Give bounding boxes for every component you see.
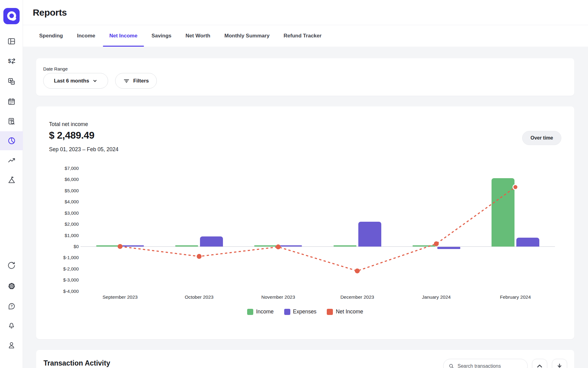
x-axis-label: February 2024 — [479, 294, 552, 300]
net-income-report-card: Total net income $ 2,489.49 Sep 01, 2023… — [36, 106, 574, 339]
sidebar: $ — [0, 0, 23, 368]
net-income-point-november-2023[interactable] — [276, 244, 281, 249]
pie-chart-icon — [7, 136, 16, 145]
transaction-search[interactable] — [443, 359, 528, 368]
sidebar-item-profile[interactable] — [0, 335, 23, 355]
page-header: Reports — [23, 0, 588, 25]
tab-refund-tracker[interactable]: Refund Tracker — [277, 25, 328, 47]
sidebar-item-goals[interactable] — [0, 171, 23, 190]
legend-item-income: Income — [247, 309, 273, 315]
dollar-transfer-icon: $ — [7, 57, 16, 65]
bar-income-november-2023[interactable] — [254, 245, 277, 247]
svg-text:$: $ — [8, 58, 11, 64]
filter-lines-icon — [123, 78, 130, 84]
x-axis-label: November 2023 — [241, 294, 315, 300]
bar-income-october-2023[interactable] — [175, 245, 198, 247]
sidebar-item-notifications[interactable] — [0, 316, 23, 335]
legend-label: Net Income — [336, 309, 363, 315]
bar-expenses-november-2023[interactable] — [279, 245, 302, 247]
y-axis-tick: $-3,000 — [36, 277, 79, 283]
legend-label: Expenses — [293, 309, 317, 315]
person-icon — [7, 341, 16, 349]
y-axis-tick: $-2,000 — [36, 266, 79, 272]
net-income-point-january-2024[interactable] — [434, 241, 439, 246]
main-content: Date Range Last 6 months Filters Total n… — [23, 47, 588, 368]
x-axis-label: January 2024 — [400, 294, 473, 300]
zero-axis-line — [81, 246, 555, 247]
search-icon — [448, 363, 454, 368]
transaction-search-input[interactable] — [458, 363, 519, 368]
y-axis-tick: $0 — [36, 244, 79, 249]
legend-swatch-expenses — [284, 309, 290, 315]
filters-label: Filters — [133, 78, 149, 84]
trend-line-icon — [7, 156, 16, 165]
net-income-point-october-2023[interactable] — [197, 254, 202, 259]
sidebar-item-dashboard[interactable] — [0, 32, 23, 51]
net-income-point-september-2023[interactable] — [118, 244, 123, 249]
sidebar-item-transactions[interactable]: $ — [0, 52, 23, 71]
bar-income-february-2024[interactable] — [492, 178, 514, 247]
sidebar-item-reports-search[interactable] — [0, 112, 23, 131]
sidebar-item-refresh[interactable] — [0, 256, 23, 275]
sidebar-item-accounts[interactable] — [0, 72, 23, 91]
upload-button[interactable] — [532, 359, 547, 368]
net-income-point-december-2023[interactable] — [355, 268, 360, 273]
tab-spending[interactable]: Spending — [33, 25, 69, 47]
sidebar-item-reports[interactable] — [0, 131, 23, 150]
sidebar-item-settings[interactable] — [0, 277, 23, 296]
legend-item-net-income: Net Income — [327, 309, 363, 315]
bell-icon — [7, 321, 16, 329]
tab-income[interactable]: Income — [70, 25, 102, 47]
tab-savings[interactable]: Savings — [145, 25, 178, 47]
date-range-select[interactable]: Last 6 months — [43, 73, 108, 89]
y-axis-tick: $5,000 — [36, 188, 79, 194]
tab-net-income[interactable]: Net Income — [103, 25, 144, 47]
legend-item-expenses: Expenses — [284, 309, 317, 315]
bar-expenses-october-2023[interactable] — [200, 236, 223, 247]
download-arrow-icon — [556, 363, 563, 368]
sidebar-item-help[interactable]: ? — [0, 297, 23, 316]
y-axis-tick: $-4,000 — [36, 289, 79, 294]
report-tabs: SpendingIncomeNet IncomeSavingsNet Worth… — [23, 25, 588, 47]
legend-swatch-income — [247, 309, 253, 315]
bar-income-september-2023[interactable] — [96, 245, 119, 247]
net-income-point-february-2024[interactable] — [513, 185, 518, 190]
x-axis-label: December 2023 — [321, 294, 394, 300]
chart-legend: IncomeExpensesNet Income — [36, 309, 574, 315]
filters-button[interactable]: Filters — [115, 73, 157, 89]
sidebar-item-investments[interactable] — [0, 151, 23, 170]
legend-label: Income — [256, 309, 273, 315]
chevron-down-icon — [92, 79, 97, 83]
bar-expenses-january-2024[interactable] — [437, 247, 460, 249]
app-logo[interactable] — [3, 8, 20, 24]
page-title: Reports — [33, 7, 67, 18]
y-axis-tick: $7,000 — [36, 166, 79, 171]
y-axis-tick: $6,000 — [36, 177, 79, 182]
simplifi-q-icon — [4, 8, 20, 24]
net-income-dashed-line — [120, 187, 515, 271]
svg-text:?: ? — [11, 304, 13, 308]
date-range-label: Date Range — [43, 66, 68, 71]
y-axis-tick: $3,000 — [36, 210, 79, 216]
tab-monthly-summary[interactable]: Monthly Summary — [218, 25, 276, 47]
x-axis-label: September 2023 — [83, 294, 157, 300]
bar-expenses-september-2023[interactable] — [121, 245, 144, 247]
y-axis-tick: $-1,000 — [36, 255, 79, 260]
tab-net-worth[interactable]: Net Worth — [179, 25, 217, 47]
transaction-activity-card: Transaction Activity — [36, 350, 574, 368]
download-button[interactable] — [552, 359, 567, 368]
bar-income-january-2024[interactable] — [413, 245, 435, 247]
bar-expenses-december-2023[interactable] — [358, 222, 381, 247]
accounts-icon — [7, 77, 16, 86]
y-axis-tick: $2,000 — [36, 221, 79, 227]
net-income-chart: $7,000$6,000$5,000$4,000$3,000$2,000$1,0… — [36, 106, 574, 339]
report-search-icon — [7, 117, 16, 125]
legend-swatch-net-income — [327, 309, 333, 315]
sidebar-item-calendar[interactable] — [0, 92, 23, 111]
x-axis-label: October 2023 — [162, 294, 236, 300]
date-range-value: Last 6 months — [54, 78, 89, 84]
bar-income-december-2023[interactable] — [334, 245, 356, 247]
gear-icon — [7, 282, 16, 290]
bar-expenses-february-2024[interactable] — [516, 238, 539, 247]
dashboard-icon — [7, 37, 16, 45]
